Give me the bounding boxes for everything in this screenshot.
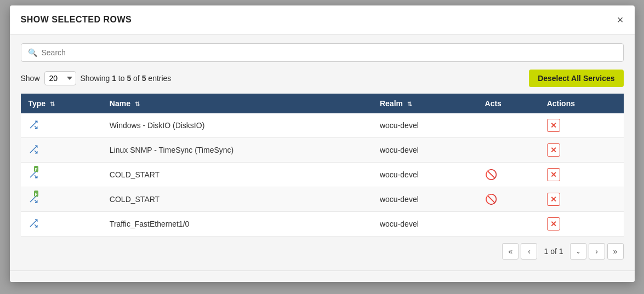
cell-acts-2 bbox=[477, 138, 539, 163]
remove-button-3[interactable]: ✕ bbox=[547, 168, 560, 181]
modal-overlay: SHOW SELECTED ROWS × 🔍 Show 20 10 50 100 bbox=[0, 0, 644, 294]
type-icon-5 bbox=[29, 218, 38, 228]
show-select[interactable]: 20 10 50 100 bbox=[44, 71, 76, 85]
search-icon: 🔍 bbox=[28, 48, 37, 57]
cell-acts-4: 🚫 bbox=[477, 187, 539, 212]
ban-icon-4: 🚫 bbox=[485, 194, 497, 205]
remove-button-5[interactable]: ✕ bbox=[547, 217, 560, 230]
cell-realm-1: wocu-devel bbox=[372, 113, 477, 138]
cell-realm-3: wocu-devel bbox=[372, 163, 477, 187]
page-display: 1 of 1 bbox=[544, 247, 563, 256]
table-row: p COLD_START wocu-devel bbox=[21, 187, 624, 212]
type-icon-4: p bbox=[29, 194, 38, 204]
col-header-name: Name ⇅ bbox=[102, 94, 372, 113]
cell-acts-3: 🚫 bbox=[477, 163, 539, 187]
cell-type: p bbox=[21, 163, 102, 187]
data-table: Type ⇅ Name ⇅ Realm ⇅ Acts Actions bbox=[21, 94, 624, 237]
cell-type bbox=[21, 138, 102, 163]
page-dropdown-button[interactable]: ⌄ bbox=[570, 243, 586, 260]
toolbar: Show 20 10 50 100 Showing 1 to 5 of 5 en… bbox=[21, 70, 624, 87]
sort-icon-name: ⇅ bbox=[135, 101, 140, 108]
cell-realm-5: wocu-devel bbox=[372, 212, 477, 237]
table-header-row: Type ⇅ Name ⇅ Realm ⇅ Acts Actions bbox=[21, 94, 624, 113]
first-page-button[interactable]: « bbox=[502, 243, 518, 260]
col-header-type: Type ⇅ bbox=[21, 94, 102, 113]
search-bar: 🔍 bbox=[21, 43, 624, 62]
cell-acts-1 bbox=[477, 113, 539, 138]
page-info: 1 of 1 bbox=[539, 247, 567, 256]
table-row: Traffic_FastEthernet1/0 wocu-devel ✕ bbox=[21, 212, 624, 237]
deselect-all-button[interactable]: Deselect All Services bbox=[529, 70, 623, 87]
cell-name-5: Traffic_FastEthernet1/0 bbox=[102, 212, 372, 237]
search-input[interactable] bbox=[42, 48, 617, 57]
show-label: Show bbox=[21, 74, 40, 83]
sort-icon-realm: ⇅ bbox=[407, 101, 412, 108]
cell-actions-2: ✕ bbox=[539, 138, 624, 163]
next-page-button[interactable]: › bbox=[589, 243, 605, 260]
modal-header: SHOW SELECTED ROWS × bbox=[10, 5, 635, 34]
cell-type: p bbox=[21, 187, 102, 212]
cell-actions-3: ✕ bbox=[539, 163, 624, 187]
type-icon-2 bbox=[29, 145, 38, 154]
cell-type bbox=[21, 212, 102, 237]
pagination: « ‹ 1 of 1 ⌄ › » bbox=[21, 237, 624, 262]
table-body: Windows - DiskIO (DisksIO) wocu-devel ✕ bbox=[21, 113, 624, 237]
show-entries-group: Show 20 10 50 100 Showing 1 to 5 of 5 en… bbox=[21, 71, 172, 85]
cell-actions-1: ✕ bbox=[539, 113, 624, 138]
cell-actions-5: ✕ bbox=[539, 212, 624, 237]
bottom-bar bbox=[10, 270, 635, 282]
table-row: p COLD_START wocu-devel bbox=[21, 163, 624, 187]
remove-button-2[interactable]: ✕ bbox=[547, 143, 560, 157]
remove-button-1[interactable]: ✕ bbox=[547, 119, 560, 132]
col-header-acts: Acts bbox=[477, 94, 539, 113]
type-icon-3: p bbox=[29, 169, 38, 179]
cell-actions-4: ✕ bbox=[539, 187, 624, 212]
col-header-actions: Actions bbox=[539, 94, 624, 113]
badge-p-4: p bbox=[34, 191, 39, 197]
cell-name-4: COLD_START bbox=[102, 187, 372, 212]
col-header-realm: Realm ⇅ bbox=[372, 94, 477, 113]
close-button[interactable]: × bbox=[617, 14, 624, 25]
last-page-button[interactable]: » bbox=[607, 243, 624, 260]
cell-name-3: COLD_START bbox=[102, 163, 372, 187]
badge-p-3: p bbox=[34, 166, 39, 172]
prev-page-button[interactable]: ‹ bbox=[521, 243, 537, 260]
modal-body: 🔍 Show 20 10 50 100 Showing 1 to 5 of 5 … bbox=[10, 34, 635, 270]
cell-realm-2: wocu-devel bbox=[372, 138, 477, 163]
remove-button-4[interactable]: ✕ bbox=[547, 193, 560, 206]
cell-type bbox=[21, 113, 102, 138]
modal-title: SHOW SELECTED ROWS bbox=[21, 15, 132, 25]
modal-container: SHOW SELECTED ROWS × 🔍 Show 20 10 50 100 bbox=[10, 5, 635, 282]
table-row: Linux SNMP - TimeSync (TimeSync) wocu-de… bbox=[21, 138, 624, 163]
sort-icon-type: ⇅ bbox=[50, 101, 55, 108]
cell-acts-5 bbox=[477, 212, 539, 237]
ban-icon-3: 🚫 bbox=[485, 169, 497, 180]
cell-name-1: Windows - DiskIO (DisksIO) bbox=[102, 113, 372, 138]
type-icon-1 bbox=[29, 120, 38, 130]
cell-realm-4: wocu-devel bbox=[372, 187, 477, 212]
entries-info: Showing 1 to 5 of 5 entries bbox=[81, 74, 172, 83]
cell-name-2: Linux SNMP - TimeSync (TimeSync) bbox=[102, 138, 372, 163]
table-row: Windows - DiskIO (DisksIO) wocu-devel ✕ bbox=[21, 113, 624, 138]
